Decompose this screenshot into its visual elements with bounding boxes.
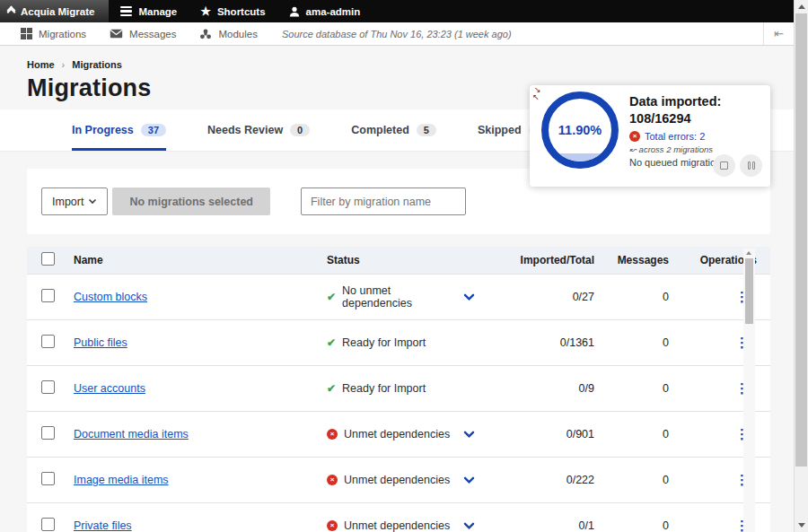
brand-label: Acquia Migrate (21, 6, 94, 17)
row-checkbox[interactable] (41, 518, 55, 531)
check-icon: ✔ (327, 336, 336, 349)
manage-label: Manage (138, 6, 177, 17)
admin-bar-shortcuts[interactable]: ★ Shortcuts (189, 0, 277, 22)
row-checkbox[interactable] (41, 472, 55, 485)
data-imported-heading: Data imported: (629, 93, 765, 110)
migration-name-link[interactable]: Image media items (74, 474, 169, 486)
table-header-row: Name Status Imported/Total Messages Oper… (27, 247, 770, 274)
table-row: Private files × Unmet dependencies 0/1 0… (27, 502, 770, 532)
migration-name-link[interactable]: Custom blocks (74, 291, 147, 303)
row-select-cell (27, 518, 66, 532)
migration-name-link[interactable]: Public files (74, 336, 127, 349)
across-migrations-note: ↜ across 2 migrations (629, 144, 765, 154)
table-row: Document media items × Unmet dependencie… (27, 411, 770, 457)
row-expand-cell (461, 292, 502, 303)
table-row: Custom blocks ✔ No unmet dependencies 0/… (27, 274, 770, 319)
messages-count: 0 (596, 428, 672, 440)
import-dropdown-button[interactable]: Import (41, 188, 108, 215)
row-select-cell (27, 472, 66, 488)
import-label: Import (52, 196, 83, 208)
pause-icon (748, 161, 755, 170)
page-scrollbar[interactable] (794, 0, 808, 532)
tab-completed[interactable]: Completed 5 (351, 121, 436, 151)
migration-filter-input[interactable] (301, 188, 466, 215)
admin-bar-user[interactable]: ama-admin (277, 0, 373, 22)
row-expand-cell (461, 429, 502, 440)
import-progress-card: ↘↖ 11.90% Data imported: 108/16294 × Tot… (530, 85, 770, 187)
source-database-note: Source database of Thu Nov 16, 23:23 (1 … (282, 29, 512, 39)
select-all-checkbox[interactable] (41, 252, 55, 266)
pause-button[interactable] (740, 154, 762, 177)
status-label: No unmet dependencies (342, 284, 461, 310)
row-status-cell: ✔ No unmet dependencies (327, 284, 461, 310)
row-name-cell: Image media items (66, 474, 327, 486)
imported-total-value: 0/27 (502, 291, 596, 303)
table-row: User accounts ✔ Ready for Import 0/9 0 ⋮ (27, 365, 770, 411)
star-icon: ★ (200, 5, 211, 17)
imported-total-value: 0/9 (502, 382, 596, 395)
resize-handle-icon[interactable]: ↘↖ (534, 86, 541, 100)
tab-needs-review[interactable]: Needs Review 0 (207, 121, 310, 151)
chevron-down-icon[interactable] (461, 292, 477, 303)
error-icon: × (327, 429, 338, 440)
row-checkbox[interactable] (41, 380, 55, 394)
messages-count: 0 (596, 519, 672, 532)
total-errors-link[interactable]: Total errors: 2 (645, 131, 705, 142)
tab-in-progress[interactable]: In Progress 37 (72, 121, 166, 151)
breadcrumb-current: Migrations (72, 59, 122, 70)
chevron-down-icon[interactable] (461, 429, 477, 440)
toolbar-modules[interactable]: Modules (188, 22, 268, 45)
messages-count: 0 (596, 382, 672, 395)
data-imported-ratio: 108/16294 (629, 110, 765, 127)
scroll-up-icon (798, 4, 805, 9)
row-checkbox[interactable] (41, 426, 55, 440)
header-name: Name (66, 254, 327, 266)
chevron-down-icon[interactable] (461, 520, 477, 532)
table-scrollbar-thumb[interactable] (745, 258, 753, 324)
status-label: Unmet dependencies (344, 474, 450, 486)
migration-name-link[interactable]: Document media items (74, 428, 189, 440)
toolbar-migrations-label: Migrations (39, 29, 86, 39)
check-icon: ✔ (327, 291, 336, 303)
toolbar-collapse-button[interactable]: ⇤ (763, 22, 794, 45)
migration-name-link[interactable]: Private files (74, 519, 132, 532)
migration-name-link[interactable]: User accounts (74, 382, 145, 395)
row-checkbox[interactable] (41, 335, 55, 348)
toolbar-messages-label: Messages (129, 29, 176, 39)
across-migrations-label: across 2 migrations (639, 144, 713, 154)
row-name-cell: Public files (66, 336, 327, 349)
row-name-cell: Custom blocks (66, 291, 327, 303)
status-label: Unmet dependencies (344, 428, 450, 440)
admin-bar-brand[interactable]: Acquia Migrate (0, 0, 109, 22)
page-scrollbar-thumb[interactable] (795, 13, 807, 467)
collapse-left-icon: ⇤ (774, 27, 784, 40)
breadcrumb-home[interactable]: Home (27, 59, 55, 70)
row-name-cell: User accounts (66, 382, 327, 395)
imported-total-value: 0/222 (502, 474, 596, 486)
chevron-down-icon (88, 198, 97, 205)
tab-count-badge: 5 (417, 124, 436, 136)
row-expand-cell (461, 520, 502, 532)
stop-icon (720, 161, 728, 170)
row-checkbox[interactable] (41, 289, 55, 302)
row-select-cell (27, 335, 66, 351)
tab-label: Needs Review (207, 124, 283, 136)
progress-percent: 11.90% (549, 99, 611, 161)
status-label: Unmet dependencies (344, 519, 450, 532)
admin-bar-manage[interactable]: Manage (109, 0, 189, 22)
table-row: Image media items × Unmet dependencies 0… (27, 457, 770, 502)
table-scrollbar[interactable] (743, 249, 755, 532)
chevron-down-icon[interactable] (461, 475, 477, 486)
row-status-cell: × Unmet dependencies (327, 474, 461, 486)
toolbar-migrations[interactable]: Migrations (9, 22, 98, 45)
messages-count: 0 (596, 474, 672, 486)
toolbar: Migrations Messages Modules Source datab… (0, 22, 794, 46)
row-expand-cell (461, 475, 502, 486)
stop-button[interactable] (713, 154, 735, 177)
breadcrumb: Home › Migrations (27, 59, 794, 70)
shortcuts-label: Shortcuts (217, 6, 266, 17)
status-label: Ready for Import (342, 336, 426, 349)
selection-status-button: No migrations selected (112, 188, 270, 215)
toolbar-messages[interactable]: Messages (98, 22, 188, 45)
check-icon: ✔ (327, 382, 336, 395)
